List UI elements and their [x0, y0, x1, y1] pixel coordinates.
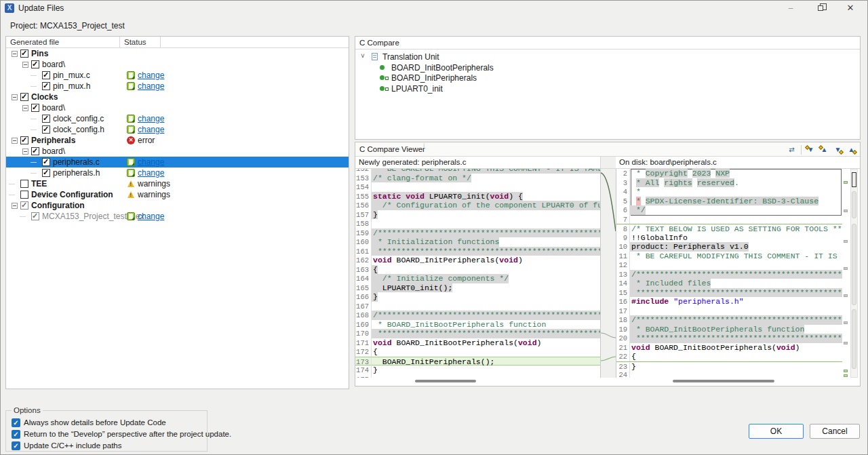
tree-row-board-[interactable]: board\ [6, 102, 349, 113]
tree-row-peripherals-h[interactable]: peripherals.hchange [6, 167, 349, 178]
line-number: 9 [616, 234, 630, 243]
code-line-16: 16#include "peripherals.h" [616, 297, 842, 306]
tree-checkbox[interactable] [31, 60, 39, 68]
line-number: 159 [355, 229, 372, 239]
minimize-button[interactable]: – [779, 1, 802, 16]
line-number: 11 [616, 252, 630, 262]
tree-row-board-[interactable]: board\ [6, 59, 349, 70]
tree-checkbox[interactable] [42, 71, 50, 79]
tree-row-tee[interactable]: TEEwarnings [6, 178, 349, 189]
tree-checkbox[interactable] [20, 136, 28, 144]
tree-row-pins[interactable]: Pins [6, 48, 349, 59]
tree-row-configuration[interactable]: Configuration [6, 200, 349, 211]
previous-difference-icon[interactable]: ▲ [818, 144, 830, 155]
code-token: } [373, 365, 378, 374]
tree-checkbox[interactable] [42, 82, 50, 90]
code-line-21: 21void BOARD_InitBootPeripherals(void) [616, 343, 842, 353]
code-line-166: 166} [355, 292, 600, 302]
change-link[interactable]: change [138, 212, 164, 221]
collapse-expander-icon[interactable] [12, 138, 18, 144]
tree-row-pin-mux-h[interactable]: pin_mux.hchange [6, 81, 349, 92]
code-text: } [372, 210, 378, 220]
tree-row-board-[interactable]: board\ [6, 146, 349, 157]
column-header-generated-file[interactable]: Generated file [6, 37, 120, 48]
change-link[interactable]: change [138, 168, 164, 178]
tree-checkbox[interactable] [20, 50, 28, 58]
ok-button[interactable]: OK [749, 424, 804, 439]
code-text: void BOARD_InitBootPeripherals(void) [630, 343, 800, 353]
collapse-expander-icon[interactable] [22, 149, 28, 155]
collapse-expander-icon[interactable] [12, 203, 18, 209]
tree-checkbox[interactable] [31, 147, 39, 155]
tree-row-peripherals-c[interactable]: peripherals.cchange [6, 157, 349, 167]
code-line-12: 12 [616, 260, 842, 270]
code-token: /* TEXT BELOW IS USED AS SETTING FOR TOO… [631, 224, 842, 233]
column-header-status[interactable]: Status [120, 37, 161, 48]
change-link[interactable]: change [138, 114, 164, 123]
overview-ruler[interactable] [842, 169, 849, 378]
line-number: 163 [355, 266, 372, 275]
drag-handle-icon[interactable]: ⁞ [423, 145, 426, 153]
symbol-row-board_initbootperipherals[interactable]: BOARD_InitBootPeripherals [355, 62, 860, 73]
change-link[interactable]: change [138, 81, 164, 91]
option-checkbox[interactable]: ✓ [12, 441, 20, 450]
tree-row-clock-config-c[interactable]: clock_config.cchange [6, 113, 349, 124]
copy-next-change-icon[interactable]: ▼ [832, 144, 844, 155]
change-icon [127, 71, 135, 79]
right-horizontal-scrollbar-thumb[interactable] [673, 380, 774, 382]
translation-unit-row[interactable]: ˅Translation Unit [355, 52, 860, 62]
collapse-expander-icon[interactable] [22, 62, 28, 68]
right-code-pane[interactable]: 2 * Copyright 2023 NXP3 * All rights res… [616, 169, 842, 378]
tree-checkbox[interactable] [42, 115, 50, 123]
tree-checkbox[interactable] [20, 93, 28, 101]
change-link[interactable]: change [138, 125, 164, 134]
next-difference-icon[interactable]: ▼ [805, 144, 816, 155]
code-text: ****************************************… [372, 329, 601, 338]
vertical-scrollbar-thumb[interactable] [852, 172, 856, 187]
symbol-row-board_initperipherals[interactable]: BOARD_InitPeripherals [355, 73, 860, 83]
chevron-down-icon[interactable]: ˅ [361, 52, 365, 60]
tree-checkbox[interactable] [20, 180, 28, 188]
code-text: /* Initialize components */ [372, 274, 509, 283]
symbol-row-lpuart0_init[interactable]: LPUART0_init [355, 83, 860, 94]
change-link[interactable]: change [138, 157, 164, 167]
code-text: ****************************************… [630, 334, 842, 343]
symbol-label: LPUART0_init [391, 84, 443, 94]
tree-row-clock-config-h[interactable]: clock_config.hchange [6, 124, 349, 135]
code-line-163: 163{ [355, 265, 600, 275]
tree-checkbox[interactable] [31, 104, 39, 112]
code-token: * Initialization functions [373, 237, 499, 246]
collapse-expander-icon[interactable] [12, 51, 18, 57]
tree-checkbox[interactable] [42, 169, 50, 177]
tree-row-mcxa153-project-test-mex[interactable]: MCXA153_Project_test.mexchange [6, 211, 349, 222]
code-token: ) [518, 256, 523, 264]
tree-checkbox[interactable] [20, 191, 28, 199]
collapse-expander-icon[interactable] [12, 94, 18, 100]
change-link[interactable]: change [138, 71, 164, 80]
cancel-button[interactable]: Cancel [810, 424, 860, 439]
left-code-pane[interactable]: 152 * BE CAREFUL MODIFYING THIS COMMENT … [355, 169, 601, 378]
window-title: Update Files [18, 1, 64, 16]
line-number: 3 [616, 179, 630, 189]
collapse-expander-icon[interactable] [22, 105, 28, 111]
left-horizontal-scrollbar-thumb[interactable] [415, 380, 476, 382]
tree-checkbox[interactable] [20, 201, 28, 210]
code-line-175: 175 [355, 375, 600, 378]
titlebar[interactable]: X Update Files – ✕ [1, 1, 867, 16]
switch-compare-direction-icon[interactable]: ⇄ [786, 144, 797, 155]
option-checkbox[interactable]: ✓ [12, 418, 20, 427]
code-token: * [636, 178, 646, 187]
close-button[interactable]: ✕ [839, 1, 862, 16]
tree-checkbox[interactable] [31, 212, 39, 220]
copy-previous-change-icon[interactable]: ▲ [846, 144, 857, 155]
tree-checkbox[interactable] [42, 158, 50, 166]
tree-row-device-configuration[interactable]: Device Configurationwarnings [6, 189, 349, 200]
tree-row-clocks[interactable]: Clocks [6, 92, 349, 102]
maximize-button[interactable] [809, 1, 832, 16]
tree-checkbox[interactable] [42, 125, 50, 134]
tree-row-pin-mux-c[interactable]: pin_mux.cchange [6, 70, 349, 81]
option-checkbox[interactable]: ✓ [12, 430, 20, 439]
tree-row-peripherals[interactable]: Peripherals✕error [6, 135, 349, 146]
vertical-scrollbar[interactable] [850, 169, 858, 378]
code-line-24: 24 [616, 370, 842, 378]
